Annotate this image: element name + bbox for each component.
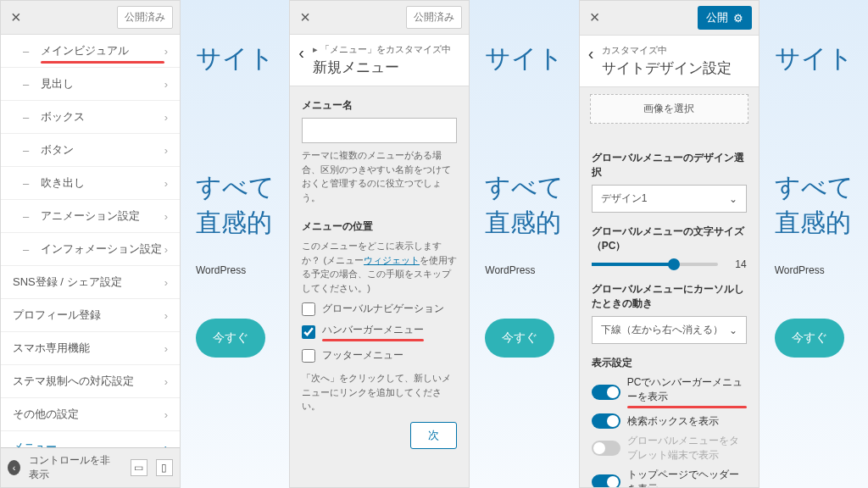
publish-button[interactable]: 公開 ⚙ xyxy=(698,6,752,30)
menu-position-hint: このメニューをどこに表示しますか？ (メニューウィジェットを使用する予定の場合、… xyxy=(302,239,457,295)
sidebar-item-animation[interactable]: –アニメーション設定› xyxy=(1,200,180,233)
sidebar-item-mobile[interactable]: スマホ専用機能› xyxy=(1,332,180,365)
panel-footer: ‹ コントロールを非表示 ▭ ▯ xyxy=(1,447,180,487)
widget-link[interactable]: ウィジェット xyxy=(364,255,420,265)
menu-position-label: メニューの位置 xyxy=(302,219,457,234)
close-icon[interactable]: × xyxy=(587,10,602,25)
cta-button[interactable]: 今すぐ xyxy=(196,319,265,358)
design-select[interactable]: デザイン1 ⌄ xyxy=(592,185,747,213)
checkbox-hamburger[interactable]: ハンバーガーメニュー xyxy=(302,323,457,341)
sidebar-item-heading[interactable]: –見出し› xyxy=(1,68,180,101)
checkbox-global-nav[interactable]: グローバルナビゲーション xyxy=(302,302,457,316)
device-desktop-icon[interactable]: ▭ xyxy=(131,459,147,476)
preview-pane: サイト すべて 直感的 WordPress 今すぐ xyxy=(181,0,289,488)
sidebar-item-main-visual[interactable]: –メインビジュアル› xyxy=(1,35,180,68)
preview-pane: サイト すべて 直感的 WordPress 今すぐ xyxy=(760,0,868,488)
menu-name-label: メニュー名 xyxy=(302,98,457,113)
menu-name-input[interactable] xyxy=(302,118,457,143)
customizer-panel-new-menu: × 公開済み ‹ ▸ 「メニュー」をカスタマイズ中 新規メニュー メニュー名 テ… xyxy=(289,0,470,488)
chevron-right-icon: › xyxy=(164,177,168,190)
back-icon[interactable]: ‹ xyxy=(588,44,594,64)
collapse-icon[interactable]: ‹ xyxy=(8,460,20,475)
customizer-panel-site-design: × 公開 ⚙ ‹ カスタマイズ中 サイトデザイン設定 画像を選択 グローバルメニ… xyxy=(579,0,760,488)
sidebar-item-information[interactable]: –インフォメーション設定› xyxy=(1,233,180,266)
chevron-right-icon: › xyxy=(164,210,168,223)
menu-name-hint: テーマに複数のメニューがある場合、区別のつきやすい名前をつけておくと管理するのに… xyxy=(302,148,457,204)
breadcrumb-text: カスタマイズ中 xyxy=(602,44,732,57)
sidebar-item-button[interactable]: –ボタン› xyxy=(1,134,180,167)
sidebar-item-stealth-marketing[interactable]: ステマ規制への対応設定› xyxy=(1,365,180,398)
chevron-right-icon: › xyxy=(164,78,168,91)
toggle-pc-hamburger[interactable] xyxy=(592,385,620,400)
customizer-panel-sections: × 公開済み –メインビジュアル› –見出し› –ボックス› –ボタン› –吹き… xyxy=(0,0,181,488)
sidebar-item-profile[interactable]: プロフィール登録› xyxy=(1,299,180,332)
footer-label: コントロールを非表示 xyxy=(29,453,114,482)
next-button[interactable]: 次 xyxy=(410,422,457,449)
cta-button[interactable]: 今すぐ xyxy=(775,319,844,358)
published-badge[interactable]: 公開済み xyxy=(117,6,173,29)
panel-breadcrumb: ‹ カスタマイズ中 サイトデザイン設定 xyxy=(580,36,759,87)
toggle-top-header-label: トップページでヘッダーを表示 xyxy=(627,468,747,487)
cta-button[interactable]: 今すぐ xyxy=(485,319,554,358)
hover-label: グローバルメニューにカーソルしたときの動き xyxy=(592,282,747,311)
toggle-search-box[interactable] xyxy=(592,413,620,429)
chevron-right-icon: › xyxy=(164,45,168,58)
image-select-button[interactable]: 画像を選択 xyxy=(590,94,748,124)
chevron-right-icon: › xyxy=(164,111,168,124)
preview-pane: サイト すべて 直感的 WordPress 今すぐ xyxy=(470,0,578,488)
back-icon[interactable]: ‹ xyxy=(298,43,304,63)
panel-header: × 公開済み xyxy=(1,1,180,35)
font-size-value: 14 xyxy=(726,258,747,270)
sidebar-item-box[interactable]: –ボックス› xyxy=(1,101,180,134)
toggle-pc-hamburger-label: PCでハンバーガーメニューを表示 xyxy=(627,375,747,408)
display-section-label: 表示設定 xyxy=(592,356,747,370)
panel-title: 新規メニュー xyxy=(313,58,451,77)
device-tablet-icon[interactable]: ▯ xyxy=(156,459,173,476)
published-badge[interactable]: 公開済み xyxy=(406,6,462,29)
font-size-label: グローバルメニューの文字サイズ（PC） xyxy=(592,225,747,253)
panel-breadcrumb: ‹ ▸ 「メニュー」をカスタマイズ中 新規メニュー xyxy=(290,35,469,86)
preview-headline: サイト xyxy=(196,41,289,76)
next-hint: 「次へ」をクリックして、新しいメニューにリンクを追加してください。 xyxy=(302,371,457,413)
chevron-right-icon: › xyxy=(164,243,168,256)
toggle-top-header[interactable] xyxy=(592,474,620,487)
toggle-search-label: 検索ボックスを表示 xyxy=(627,414,719,429)
close-icon[interactable]: × xyxy=(8,10,23,25)
toggle-tablet-label: グローバルメニューをタブレット端末で表示 xyxy=(627,434,747,463)
chevron-down-icon: ⌄ xyxy=(729,193,737,205)
chevron-down-icon: ⌄ xyxy=(729,324,737,336)
sidebar-item-other[interactable]: その他の設定› xyxy=(1,398,180,431)
toggle-tablet-global-menu[interactable] xyxy=(592,441,620,456)
hover-select[interactable]: 下線（左から右へ消える） ⌄ xyxy=(592,316,747,344)
sidebar-item-balloon[interactable]: –吹き出し› xyxy=(1,167,180,200)
design-select-label: グローバルメニューのデザイン選択 xyxy=(592,151,747,180)
font-size-slider[interactable] xyxy=(592,263,718,266)
breadcrumb-text: ▸ 「メニュー」をカスタマイズ中 xyxy=(313,43,451,56)
panel-title: サイトデザイン設定 xyxy=(602,58,732,78)
sidebar-item-menu[interactable]: メニュー› xyxy=(1,431,180,447)
chevron-right-icon: › xyxy=(164,144,168,157)
checkbox-footer-menu[interactable]: フッターメニュー xyxy=(302,348,457,363)
section-list: –メインビジュアル› –見出し› –ボックス› –ボタン› –吹き出し› –アニ… xyxy=(1,35,180,447)
gear-icon: ⚙ xyxy=(733,12,743,25)
sidebar-item-sns[interactable]: SNS登録 / シェア設定› xyxy=(1,266,180,299)
close-icon[interactable]: × xyxy=(297,10,312,25)
